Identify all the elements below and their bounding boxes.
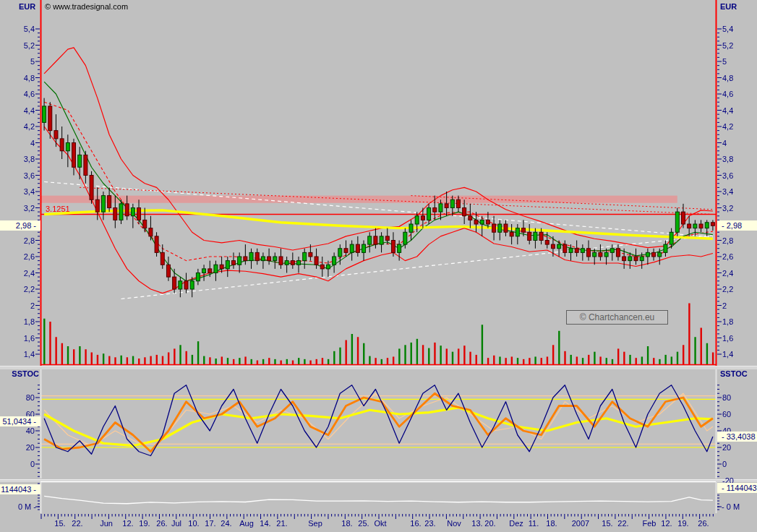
sstoc-title-left: SSTOC — [6, 369, 39, 379]
sstoc-tick-label-right: 80 — [722, 393, 731, 403]
price-tick-label-left: 5,2 — [0, 41, 35, 51]
x-axis-label: 21. — [266, 519, 298, 528]
sstoc-tick-label-left: 40 — [0, 426, 35, 436]
price-tick-label-left: 4 — [0, 139, 35, 148]
price-tick-label-left: 4,2 — [0, 122, 35, 132]
resistance-price-label: 3.1251 — [46, 205, 70, 214]
price-tick-label-left: 4,8 — [0, 74, 35, 83]
sstoc-title-right: SSTOC — [720, 369, 748, 379]
price-tick-label-right: 4,4 — [722, 106, 733, 116]
chart-canvas — [0, 0, 757, 532]
price-tick-label-right: 2,8 — [722, 236, 733, 246]
last-price-label-right: 2,98 — [717, 220, 757, 231]
price-tick-label-right: 3,8 — [722, 155, 733, 164]
price-tick-label-right: 4,8 — [722, 74, 733, 83]
x-axis-label: Okt — [364, 519, 396, 528]
price-tick-label-right: 3,6 — [722, 171, 733, 181]
price-tick-label-right: 4 — [722, 139, 727, 148]
x-axis-label: 18. — [536, 519, 568, 528]
price-tick-label-left: 3,2 — [0, 204, 35, 213]
price-tick-label-left: 2,4 — [0, 269, 35, 278]
price-tick-label-left: 1,8 — [0, 317, 35, 327]
price-tick-label-right: 4,6 — [722, 90, 733, 99]
price-tick-label-right: 2,2 — [722, 285, 733, 294]
price-tick-label-left: 2,6 — [0, 252, 35, 262]
price-tick-label-left: 2 — [0, 301, 35, 311]
price-tick-label-left: 4,6 — [0, 90, 35, 99]
copyright-text: © www.tradesignal.com — [45, 2, 128, 12]
mvol-zero-label-right: 0 M — [717, 502, 740, 512]
price-tick-label-right: 2,4 — [722, 269, 733, 278]
sstoc-tick-label-left: 20 — [0, 443, 35, 452]
price-tick-label-left: 2,8 — [0, 236, 35, 246]
price-tick-label-left: 5 — [0, 57, 35, 66]
price-tick-label-left: 1,4 — [0, 350, 35, 359]
price-tick-label-right: 1,4 — [722, 350, 733, 359]
price-tick-label-right: 3,4 — [722, 187, 733, 197]
sstoc-tick-label-left: 80 — [0, 393, 35, 403]
sstoc-tick-label-right: 0 — [722, 460, 727, 469]
price-tick-label-right: 5,2 — [722, 41, 733, 51]
sstoc-value-left: 51,0434 — [0, 416, 40, 426]
price-tick-label-right: 5 — [722, 57, 727, 66]
price-tick-label-right: 1,6 — [722, 334, 733, 343]
watermark-text: © Chartchancen.eu — [580, 312, 655, 322]
price-tick-label-left: 3,4 — [0, 187, 35, 197]
chart-window: EUR © www.tradesignal.com EUR 5,45,45,25… — [0, 0, 757, 532]
price-tick-label-right: 3,2 — [722, 204, 733, 213]
last-price-label-left: 2,98 — [0, 220, 40, 231]
mvol-zero-label-left: 0 M — [0, 502, 40, 512]
price-tick-label-right: 4,2 — [722, 122, 733, 132]
sstoc-value-right: 33,4038 — [717, 432, 757, 442]
price-axis-unit-left: EUR — [19, 2, 35, 12]
mvol-top-value-left: 1144043 — [0, 484, 40, 494]
price-tick-label-right: 5,4 — [722, 25, 733, 34]
price-axis-unit-right: EUR — [720, 2, 737, 12]
price-tick-label-left: 1,6 — [0, 334, 35, 343]
x-axis-label: Sep — [299, 519, 331, 528]
price-tick-label-left: 3,6 — [0, 171, 35, 181]
x-axis-label: 26. — [688, 519, 719, 528]
x-axis-label: 22. — [61, 519, 93, 528]
sstoc-tick-label-left: 0 — [0, 460, 35, 469]
price-tick-label-left: 5,4 — [0, 25, 35, 34]
sstoc-tick-label-right: 60 — [722, 410, 731, 419]
sstoc-tick-label-right: 20 — [722, 443, 731, 452]
price-tick-label-left: 2,2 — [0, 285, 35, 294]
price-tick-label-left: 3,8 — [0, 155, 35, 164]
price-tick-label-right: 1,8 — [722, 317, 733, 327]
price-tick-label-right: 2 — [722, 301, 727, 311]
watermark-box: © Chartchancen.eu — [566, 310, 668, 325]
price-tick-label-right: 2,6 — [722, 252, 733, 262]
price-tick-label-left: 4,4 — [0, 106, 35, 116]
mvol-top-value-right: 1144043 — [717, 483, 757, 493]
